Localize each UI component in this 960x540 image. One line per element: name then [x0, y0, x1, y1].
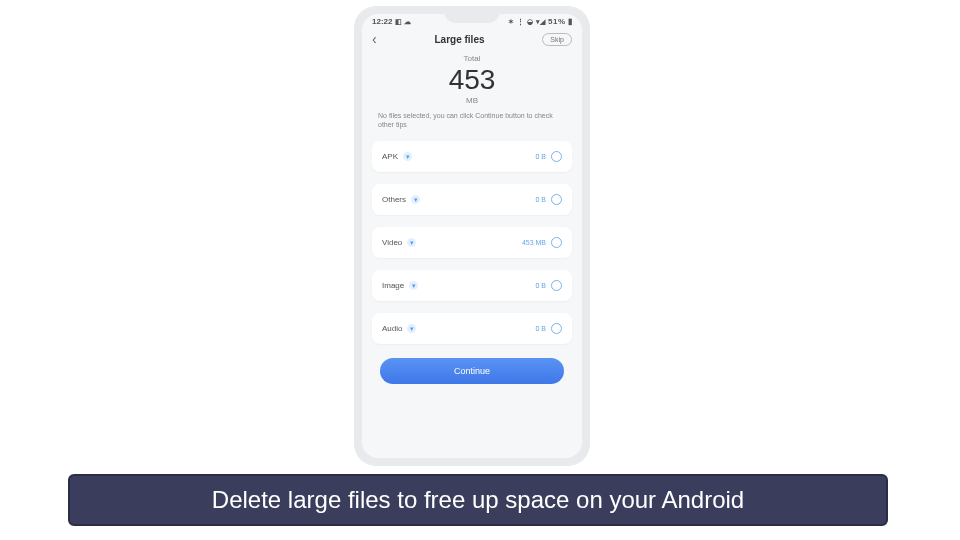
header-bar: ‹ Large files Skip — [362, 26, 582, 50]
category-audio[interactable]: Audio ▾ 0 B — [372, 313, 572, 344]
category-label: Audio — [382, 324, 402, 333]
category-label: Video — [382, 238, 402, 247]
category-select-radio[interactable] — [551, 151, 562, 162]
category-size: 0 B — [535, 325, 546, 332]
category-select-radio[interactable] — [551, 280, 562, 291]
battery-icon: ▮ — [568, 17, 573, 26]
chevron-down-icon[interactable]: ▾ — [407, 238, 416, 247]
status-left-icons: ◧ ☁ — [395, 18, 411, 26]
total-value: 453 — [378, 65, 566, 96]
category-select-radio[interactable] — [551, 323, 562, 334]
total-unit: MB — [378, 96, 566, 105]
phone-screen: 12:22 ◧ ☁ ✶ ⋮ ◒ ▾◢ 51% ▮ ‹ Large files S… — [362, 14, 582, 458]
category-others[interactable]: Others ▾ 0 B — [372, 184, 572, 215]
category-image[interactable]: Image ▾ 0 B — [372, 270, 572, 301]
chevron-down-icon[interactable]: ▾ — [407, 324, 416, 333]
continue-button[interactable]: Continue — [380, 358, 564, 384]
chevron-down-icon[interactable]: ▾ — [403, 152, 412, 161]
skip-button[interactable]: Skip — [542, 33, 572, 46]
category-label: Image — [382, 281, 404, 290]
status-battery-text: 51% — [548, 17, 566, 26]
phone-notch — [444, 14, 500, 23]
category-label: APK — [382, 152, 398, 161]
category-size: 0 B — [535, 196, 546, 203]
total-section: Total 453 MB No files selected, you can … — [362, 50, 582, 135]
category-select-radio[interactable] — [551, 237, 562, 248]
total-hint: No files selected, you can click Continu… — [378, 111, 566, 129]
phone-frame: 12:22 ◧ ☁ ✶ ⋮ ◒ ▾◢ 51% ▮ ‹ Large files S… — [354, 6, 590, 466]
category-apk[interactable]: APK ▾ 0 B — [372, 141, 572, 172]
chevron-down-icon[interactable]: ▾ — [409, 281, 418, 290]
category-list: APK ▾ 0 B Others ▾ 0 B — [362, 135, 582, 344]
status-time: 12:22 — [372, 17, 392, 26]
category-size: 0 B — [535, 153, 546, 160]
category-select-radio[interactable] — [551, 194, 562, 205]
category-size: 0 B — [535, 282, 546, 289]
category-label: Others — [382, 195, 406, 204]
status-right-icons: ✶ ⋮ ◒ ▾◢ — [508, 18, 546, 26]
page-title: Large files — [435, 34, 485, 45]
total-label: Total — [378, 54, 566, 63]
back-button[interactable]: ‹ — [372, 32, 377, 46]
category-size: 453 MB — [522, 239, 546, 246]
chevron-down-icon[interactable]: ▾ — [411, 195, 420, 204]
category-video[interactable]: Video ▾ 453 MB — [372, 227, 572, 258]
caption-banner: Delete large files to free up space on y… — [68, 474, 888, 526]
